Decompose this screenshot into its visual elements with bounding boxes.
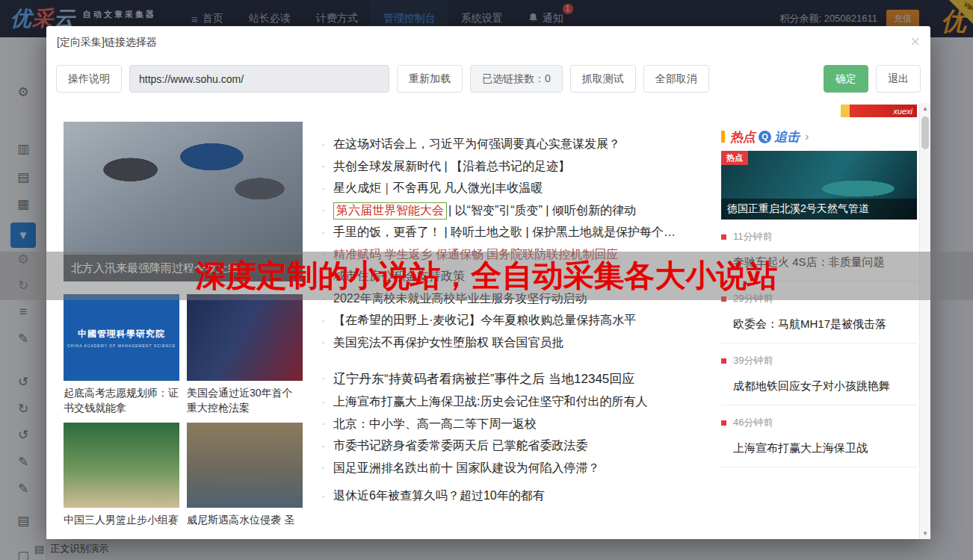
link-selector-modal: [定向采集]链接选择器 × 操作说明 重新加载 已选链接数：0 抓取测试 全部取… [46, 26, 930, 539]
news-item[interactable]: ·退休近6年被查算久吗？超过10年的都有 [321, 485, 721, 508]
hot-time: 11分钟前 [721, 230, 917, 243]
card-caption: 美国会通过近30年首个重大控枪法案 [187, 385, 303, 415]
hot-entry-title: 奔驰车起火 4S店：非质量问题 [721, 255, 917, 270]
accent-bar [721, 131, 725, 143]
bullet-dot: · [321, 204, 333, 217]
hot-entry[interactable]: 46分钟前上海宣布打赢大上海保卫战 [721, 405, 917, 467]
news-title: 星火成炬｜不舍再见 凡人微光|丰收温暖 [333, 181, 543, 196]
bullet-dot: · [321, 270, 333, 284]
news-card[interactable]: 中國管理科學研究院CHINA ACADEMY OF MANAGEMENT SCI… [64, 294, 179, 415]
news-title: 市委书记跻身省委常委两天后 已掌舵省委政法委 [333, 438, 587, 454]
card-caption: 起底高考志愿规划师：证书交钱就能拿 [64, 385, 179, 415]
confirm-button[interactable]: 确定 [824, 65, 868, 93]
news-card[interactable]: 美国会通过近30年首个重大控枪法案 [187, 294, 303, 415]
bullet-dot: · [321, 417, 333, 431]
hot-time-label: 46分钟前 [733, 416, 773, 429]
reload-button[interactable]: 重新加载 [397, 65, 463, 93]
news-title: 精准赋码 学生返乡 保通保畅 国务院联防联控机制回应 [333, 247, 618, 263]
news-item[interactable]: ·辽宁丹东“持黄码者看病被拦”事件之后 当地12345回应 [321, 366, 721, 391]
bullet-dot: · [321, 182, 333, 196]
hot-entry-title: 欧委会：马航MH17是被俄击落 [721, 317, 917, 332]
hot-label: 热点 [730, 128, 756, 146]
red-square-bullet [721, 420, 726, 426]
news-item[interactable]: ·星火成炬｜不舍再见 凡人微光|丰收温暖 [321, 178, 721, 200]
modal-header: [定向采集]链接选择器 × [46, 26, 930, 57]
bullet-dot: · [321, 138, 333, 152]
news-item[interactable]: ·精准赋码 学生返乡 保通保畅 国务院联防联控机制回应 [321, 244, 721, 267]
hot-list: 11分钟前奔驰车起火 4S店：非质量问题29分钟前欧委会：马航MH17是被俄击落… [721, 220, 917, 467]
news-card[interactable]: 中国三人男篮止步小组赛 [64, 423, 179, 527]
news-item[interactable]: ·美国宪法不再保护女性堕胎权 联合国官员批 [321, 332, 721, 355]
promo-banner[interactable]: xuexi [841, 105, 917, 117]
red-square-bullet [721, 358, 726, 364]
news-item[interactable]: ·城市住房公积金支持政策 [321, 266, 721, 288]
hot-entry[interactable]: 29分钟前欧委会：马航MH17是被俄击落 [721, 281, 917, 343]
news-card[interactable]: 威尼斯遇高水位侵袭 圣 [187, 423, 303, 527]
help-button[interactable]: 操作说明 [56, 65, 122, 93]
news-item[interactable]: ·共创全球发展新时代 | 【沿着总书记的足迹】 [321, 156, 721, 178]
news-title: 【在希望的田野上·麦收记】今年夏粮收购总量保持高水平 [333, 313, 636, 329]
hot-entry[interactable]: 11分钟前奔驰车起火 4S店：非质量问题 [721, 220, 917, 281]
modal-toolbar: 操作说明 重新加载 已选链接数：0 抓取测试 全部取消 确定 退出 [46, 57, 930, 103]
news-title: 辽宁丹东“持黄码者看病被拦”事件之后 当地12345回应 [333, 370, 634, 388]
bullet-dot: · [321, 336, 333, 349]
card-image [187, 423, 303, 508]
news-title: 国足亚洲排名跌出前十 国家队建设为何陷入停滞？ [333, 461, 599, 476]
news-item[interactable]: ·2022年离校未就业高校毕业生服务攻坚行动启动 [321, 288, 721, 311]
app-root: 优采云 自动文章采集器 ≡首页站长必读计费方式管理控制台系统设置通知1 积分余额… [0, 0, 973, 560]
url-input[interactable] [129, 65, 389, 93]
scroll-thumb[interactable] [921, 116, 929, 149]
hero-caption: 北方入汛来最强降雨过程今夜上线 [64, 255, 303, 281]
news-list: ·在这场对话会上，习近平为何强调要真心实意谋发展？·共创全球发展新时代 | 【沿… [321, 134, 721, 508]
promo-text: xuexi [893, 107, 912, 116]
news-item[interactable]: ·市委书记跻身省委常委两天后 已掌舵省委政法委 [321, 435, 721, 458]
modal-title: [定向采集]链接选择器 [57, 36, 157, 48]
card-image [64, 423, 179, 508]
bullet-dot: · [321, 440, 333, 453]
news-title: 北京：中小学、高一高二等下周一返校 [333, 417, 537, 432]
hot-entry[interactable]: 39分钟前成都地铁回应女子对小孩跳艳舞 [721, 343, 917, 405]
hot-time-label: 11分钟前 [733, 230, 773, 243]
selected-links-count: 已选链接数：0 [470, 65, 563, 93]
hot-image[interactable]: 热点 德国正重启北溪2号天然气管道 [721, 151, 917, 220]
bullet-dot: · [321, 292, 333, 305]
vertical-scrollbar[interactable]: ▲ ▼ [919, 103, 930, 539]
bullet-dot: · [321, 226, 333, 240]
chevron-right-icon: › [805, 130, 809, 143]
hot-time: 29分钟前 [721, 292, 917, 305]
news-item[interactable]: ·北京：中小学、高一高二等下周一返校 [321, 414, 721, 436]
bullet-dot: · [321, 461, 333, 475]
scroll-down-arrow[interactable]: ▼ [920, 530, 930, 537]
news-title: 在这场对话会上，习近平为何强调要真心实意谋发展？ [333, 137, 620, 152]
hot-time: 39分钟前 [721, 354, 917, 367]
hero-image[interactable]: 北方入汛来最强降雨过程今夜上线 [64, 122, 303, 281]
card-caption: 威尼斯遇高水位侵袭 圣 [187, 512, 303, 527]
hot-time: 46分钟前 [721, 416, 917, 429]
scroll-up-arrow[interactable]: ▲ [920, 105, 930, 112]
exit-button[interactable]: 退出 [876, 65, 921, 93]
grab-test-button[interactable]: 抓取测试 [570, 65, 636, 93]
magnifier-icon: Q [759, 131, 771, 143]
news-item[interactable]: ·国足亚洲排名跌出前十 国家队建设为何陷入停滞？ [321, 458, 721, 480]
news-item[interactable]: ·在这场对话会上，习近平为何强调要真心实意谋发展？ [321, 134, 721, 156]
news-item[interactable]: ·第六届世界智能大会 | 以“智变”引“质变” | 倾听创新的律动 [321, 200, 721, 223]
chase-label: 追击 [774, 128, 800, 146]
news-item[interactable]: ·手里的饭，更香了！ | 聆听土地之歌 | 保护黑土地就是保护每个… [321, 222, 721, 244]
hot-header[interactable]: 热点 Q 追击 › [721, 128, 917, 145]
news-title: 上海宣布打赢大上海保卫战:历史会记住坚守和付出的所有人 [333, 394, 647, 410]
news-item[interactable]: ·【在希望的田野上·麦收记】今年夏粮收购总量保持高水平 [321, 310, 721, 332]
news-title: 退休近6年被查算久吗？超过10年的都有 [333, 488, 545, 504]
bullet-dot: · [321, 396, 333, 409]
red-square-bullet [721, 234, 726, 240]
card-image [187, 294, 303, 381]
card-caption: 中国三人男篮止步小组赛 [64, 512, 179, 527]
news-title: 城市住房公积金支持政策 [333, 269, 465, 284]
hot-column: 热点 Q 追击 › 热点 德国正重启北溪2号天然气管道 11分钟前奔驰车起火 4… [721, 128, 917, 467]
close-icon[interactable]: × [910, 26, 920, 57]
news-title: 共创全球发展新时代 | 【沿着总书记的足迹】 [333, 159, 570, 175]
news-item[interactable]: ·上海宣布打赢大上海保卫战:历史会记住坚守和付出的所有人 [321, 391, 721, 414]
card-image: 中國管理科學研究院CHINA ACADEMY OF MANAGEMENT SCI… [64, 294, 179, 381]
highlighted-link[interactable]: 第六届世界智能大会 [333, 202, 447, 220]
bullet-dot: · [321, 314, 333, 328]
cancel-all-button[interactable]: 全部取消 [643, 65, 709, 93]
